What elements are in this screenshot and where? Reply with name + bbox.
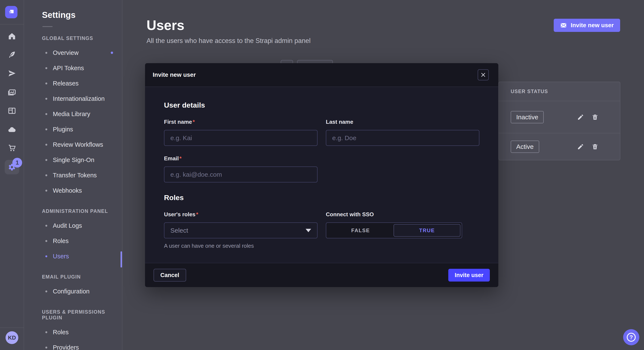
last-name-label-text: Last name bbox=[326, 119, 353, 125]
email-input[interactable] bbox=[164, 167, 318, 182]
sidebar-item-label: Users bbox=[53, 253, 69, 260]
settings-sidebar: Settings GLOBAL SETTINGS Overview API To… bbox=[24, 0, 122, 350]
sidebar-item-media-library[interactable]: Media Library bbox=[24, 106, 122, 122]
section-header-administration-panel: ADMINISTRATION PANEL bbox=[24, 208, 122, 214]
sidebar-scrollbar-thumb[interactable] bbox=[120, 251, 122, 268]
bullet-icon bbox=[45, 113, 47, 115]
user-details-heading: User details bbox=[164, 87, 480, 109]
users-permissions-list: Roles Providers bbox=[24, 325, 122, 350]
email-plugin-list: Configuration bbox=[24, 284, 122, 299]
required-asterisk: * bbox=[193, 119, 195, 125]
row-actions bbox=[577, 114, 599, 121]
required-asterisk: * bbox=[196, 211, 198, 217]
pencil-icon[interactable] bbox=[577, 114, 584, 121]
sidebar-item-api-tokens[interactable]: API Tokens bbox=[24, 60, 122, 76]
trash-icon[interactable] bbox=[592, 143, 599, 150]
help-button[interactable]: ? bbox=[623, 329, 639, 345]
table-row: Active bbox=[499, 133, 620, 160]
email-field-row: Email* bbox=[164, 155, 480, 182]
feather-icon[interactable] bbox=[7, 50, 16, 59]
row-actions bbox=[577, 143, 599, 150]
sidebar-item-label: Releases bbox=[53, 80, 78, 87]
sidebar-item-label: Single Sign-On bbox=[53, 157, 94, 164]
select-value: Select bbox=[170, 227, 188, 234]
status-badge: Active bbox=[511, 141, 539, 153]
first-name-field-group: First name* bbox=[164, 119, 318, 146]
first-name-label: First name* bbox=[164, 119, 195, 125]
layout-icon[interactable] bbox=[7, 106, 16, 116]
bullet-icon bbox=[45, 190, 47, 191]
page-header: Users All the users who have access to t… bbox=[146, 17, 310, 45]
sso-label: Connect with SSO bbox=[326, 211, 374, 217]
cloud-icon[interactable] bbox=[7, 125, 16, 134]
invite-user-submit-button[interactable]: Invite user bbox=[448, 269, 490, 282]
sidebar-item-transfer-tokens[interactable]: Transfer Tokens bbox=[24, 168, 122, 183]
cart-icon[interactable] bbox=[7, 143, 16, 153]
sidebar-item-label: Roles bbox=[53, 237, 68, 245]
sidebar-item-overview[interactable]: Overview bbox=[24, 45, 122, 60]
sidebar-title-rule bbox=[42, 26, 52, 27]
sidebar-item-users[interactable]: Users bbox=[24, 249, 122, 264]
sidebar-item-label: Review Workflows bbox=[53, 141, 103, 148]
table-row: Inactive bbox=[499, 101, 620, 133]
sidebar-item-webhooks[interactable]: Webhooks bbox=[24, 183, 122, 198]
users-roles-select[interactable]: Select bbox=[164, 222, 318, 238]
modal-body: User details First name* Last name Email… bbox=[145, 87, 498, 249]
sidebar-item-label: Media Library bbox=[53, 111, 90, 118]
sidebar-item-single-sign-on[interactable]: Single Sign-On bbox=[24, 152, 122, 168]
media-icon[interactable] bbox=[7, 88, 16, 97]
envelope-icon bbox=[560, 22, 567, 29]
bullet-icon bbox=[45, 255, 47, 257]
bullet-icon bbox=[45, 331, 47, 333]
page-subtitle: All the users who have access to the Str… bbox=[146, 37, 310, 45]
user-status-column-header: USER STATUS bbox=[499, 82, 620, 101]
sidebar-item-label: Audit Logs bbox=[53, 222, 82, 229]
close-button[interactable] bbox=[478, 69, 489, 80]
trash-icon[interactable] bbox=[592, 114, 599, 121]
bullet-icon bbox=[45, 347, 47, 349]
strapi-logo[interactable] bbox=[5, 6, 18, 18]
section-header-email-plugin: EMAIL PLUGIN bbox=[24, 274, 122, 280]
invite-new-user-button[interactable]: Invite new user bbox=[554, 19, 620, 32]
chevron-down-icon bbox=[306, 229, 311, 232]
sidebar-item-providers[interactable]: Providers bbox=[24, 340, 122, 350]
sso-label-text: Connect with SSO bbox=[326, 211, 374, 217]
last-name-input[interactable] bbox=[326, 130, 480, 146]
settings-notification-badge: 1 bbox=[12, 158, 22, 168]
bullet-icon bbox=[45, 174, 47, 176]
last-name-field-group: Last name bbox=[326, 119, 480, 146]
avatar[interactable]: KD bbox=[6, 331, 18, 344]
email-label-text: Email bbox=[164, 155, 179, 162]
users-roles-label-text: User's roles bbox=[164, 211, 196, 217]
bullet-icon bbox=[45, 82, 47, 84]
sidebar-item-plugins[interactable]: Plugins bbox=[24, 122, 122, 137]
sidebar-item-configuration[interactable]: Configuration bbox=[24, 284, 122, 299]
bullet-icon bbox=[45, 67, 47, 69]
invite-new-user-modal: Invite new user User details First name*… bbox=[145, 63, 498, 287]
sidebar-item-internationalization[interactable]: Internationalization bbox=[24, 91, 122, 106]
sidebar-item-admin-roles[interactable]: Roles bbox=[24, 233, 122, 249]
sidebar-item-releases[interactable]: Releases bbox=[24, 76, 122, 91]
users-roles-label: User's roles* bbox=[164, 211, 198, 217]
users-roles-field-group: User's roles* Select A user can have one… bbox=[164, 211, 318, 249]
sidebar-item-audit-logs[interactable]: Audit Logs bbox=[24, 218, 122, 233]
sidebar-item-up-roles[interactable]: Roles bbox=[24, 325, 122, 340]
question-mark-icon: ? bbox=[627, 333, 636, 342]
sidebar-item-label: Webhooks bbox=[53, 187, 82, 194]
sidebar-title: Settings bbox=[24, 10, 122, 20]
sidebar-item-review-workflows[interactable]: Review Workflows bbox=[24, 137, 122, 152]
bullet-icon bbox=[45, 52, 47, 54]
sso-field-group: Connect with SSO FALSE TRUE bbox=[326, 211, 480, 249]
users-roles-hint: A user can have one or several roles bbox=[164, 243, 318, 249]
pencil-icon[interactable] bbox=[577, 143, 584, 150]
sso-toggle-false[interactable]: FALSE bbox=[328, 224, 394, 237]
paper-plane-icon[interactable] bbox=[7, 69, 16, 78]
sso-toggle-true[interactable]: TRUE bbox=[394, 224, 460, 237]
name-fields-row: First name* Last name bbox=[164, 119, 480, 146]
cancel-button[interactable]: Cancel bbox=[154, 269, 186, 282]
bullet-icon bbox=[45, 291, 47, 292]
roles-fields-row: User's roles* Select A user can have one… bbox=[164, 211, 480, 249]
home-icon[interactable] bbox=[7, 31, 16, 41]
first-name-input[interactable] bbox=[164, 130, 318, 146]
page-title: Users bbox=[146, 17, 310, 33]
